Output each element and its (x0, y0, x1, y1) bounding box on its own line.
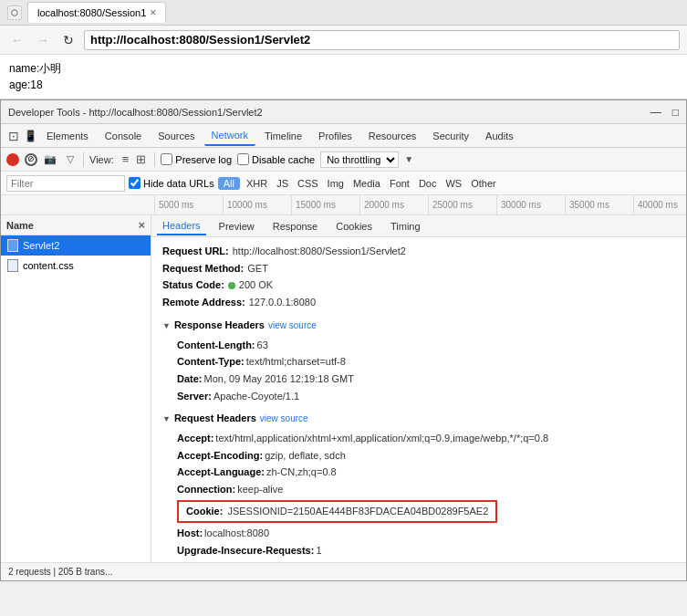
response-header-date: Date: Mon, 09 May 2016 12:19:18 GMT (162, 371, 675, 388)
mobile-icon[interactable]: 📱 (23, 129, 37, 143)
record-button[interactable] (6, 153, 19, 166)
request-method-value: GET (247, 260, 268, 277)
nav-item-sources[interactable]: Sources (151, 127, 202, 145)
nav-item-security[interactable]: Security (425, 127, 476, 145)
nav-item-elements[interactable]: Elements (39, 127, 96, 145)
filter-doc[interactable]: Doc (416, 177, 440, 190)
ruler-marks: 5000 ms 10000 ms 15000 ms 20000 ms 25000… (1, 195, 686, 215)
sub-tab-timing[interactable]: Timing (385, 218, 426, 235)
sub-tab-cookies[interactable]: Cookies (330, 218, 378, 235)
toolbar-separator-2 (154, 152, 155, 167)
sub-tab-headers[interactable]: Headers (157, 217, 206, 235)
nav-item-network[interactable]: Network (204, 126, 255, 146)
filter-media[interactable]: Media (350, 177, 383, 190)
ruler-mark-4: 20000 ms (359, 195, 428, 215)
nav-item-profiles[interactable]: Profiles (311, 127, 359, 145)
address-bar[interactable]: http://localhost:8080/Session1/Servlet2 (84, 30, 680, 50)
request-header-accept-language: Accept-Language: zh-CN,zh;q=0.8 (162, 464, 675, 481)
inspect-element-icon[interactable]: ⊡ (6, 129, 21, 143)
ruler-mark-6: 30000 ms (496, 195, 565, 215)
throttle-select[interactable]: No throttling (320, 151, 399, 168)
request-headers-view-source[interactable]: view source (260, 411, 308, 427)
file-list-close-icon[interactable]: × (138, 218, 145, 232)
file-item-css[interactable]: content.css (1, 256, 151, 276)
filter-other[interactable]: Other (468, 177, 499, 190)
filter-icon[interactable]: ▽ (63, 152, 78, 167)
file-name-css: content.css (23, 260, 74, 271)
request-header-upgrade-insecure: Upgrade-Insecure-Requests: 1 (162, 542, 675, 559)
devtools-title: Developer Tools - http://localhost:8080/… (8, 107, 651, 118)
nav-item-console[interactable]: Console (98, 127, 149, 145)
cookie-value: Cookie: JSESSIONID=2150AE444BF83FDACEA04… (177, 500, 497, 524)
ruler-mark-5: 25000 ms (428, 195, 496, 215)
browser-toolbar: ← → ↻ http://localhost:8080/Session1/Ser… (0, 26, 687, 55)
browser-tab[interactable]: localhost:8080/Session1 × (27, 2, 166, 23)
devtools-minimize-button[interactable]: — (651, 106, 661, 119)
response-header-server: Server: Apache-Coyote/1.1 (162, 388, 675, 405)
preserve-log-label[interactable]: Preserve log (161, 153, 232, 165)
request-header-host: Host: localhost:8080 (162, 525, 675, 542)
list-view-button[interactable]: ≡ (120, 151, 132, 167)
file-list-name-label: Name (6, 220, 34, 231)
request-details: Request URL: http://localhost:8080/Sessi… (151, 237, 686, 562)
reload-button[interactable]: ↻ (58, 30, 78, 50)
ruler-mark-7: 35000 ms (565, 195, 633, 215)
view-label: View: (89, 154, 114, 165)
status-text: 2 requests | 205 B trans... (8, 567, 112, 577)
hide-data-urls-label[interactable]: Hide data URLs (129, 177, 214, 189)
sub-tab-response[interactable]: Response (267, 218, 324, 235)
hide-data-urls-checkbox[interactable] (129, 177, 141, 189)
filter-ws[interactable]: WS (442, 177, 464, 190)
nav-item-resources[interactable]: Resources (361, 127, 424, 145)
devtools-main: Name × Servlet2 content.css Headers (1, 215, 686, 562)
status-code-label: Status Code: (162, 277, 224, 294)
response-headers-triangle: ▼ (162, 318, 171, 333)
devtools-panel: Developer Tools - http://localhost:8080/… (0, 99, 687, 581)
devtools-header: Developer Tools - http://localhost:8080/… (1, 100, 686, 124)
devtools-controls: — □ (651, 106, 679, 119)
request-headers-title: Request Headers (174, 410, 256, 428)
filter-bar: Hide data URLs All XHR JS CSS Img Media … (1, 172, 686, 195)
forward-button[interactable]: → (33, 30, 53, 50)
preserve-log-checkbox[interactable] (161, 153, 172, 165)
camera-icon[interactable]: 📷 (43, 152, 57, 167)
filter-js[interactable]: JS (274, 177, 291, 190)
request-header-connection: Connection: keep-alive (162, 481, 675, 498)
status-green-dot (228, 282, 235, 289)
ruler-mark-3: 15000 ms (291, 195, 359, 215)
timeline-ruler: 5000 ms 10000 ms 15000 ms 20000 ms 25000… (1, 195, 686, 215)
view-buttons: ≡ ⊞ (120, 151, 150, 167)
request-headers-section: ▼ Request Headers view source (162, 410, 675, 428)
tab-close-icon[interactable]: × (150, 6, 156, 19)
filter-xhr[interactable]: XHR (244, 177, 270, 190)
file-list: Name × Servlet2 content.css (1, 215, 151, 562)
page-line1: name:小明 (9, 60, 678, 77)
response-header-content-length: Content-Length: 63 (162, 337, 675, 354)
status-code-value: 200 OK (228, 277, 273, 294)
details-panel: Headers Preview Response Cookies Timing … (151, 215, 686, 562)
disable-cache-checkbox[interactable] (237, 153, 249, 165)
filter-font[interactable]: Font (387, 177, 412, 190)
sub-tab-preview[interactable]: Preview (213, 218, 260, 235)
filter-input[interactable] (6, 175, 125, 192)
status-code-row: Status Code: 200 OK (162, 277, 675, 294)
disable-cache-label[interactable]: Disable cache (237, 153, 315, 165)
devtools-maximize-button[interactable]: □ (672, 106, 679, 119)
request-url-value: http://localhost:8080/Session1/Servlet2 (233, 243, 406, 260)
nav-item-audits[interactable]: Audits (478, 127, 521, 145)
response-headers-view-source[interactable]: view source (268, 318, 317, 334)
address-text: http://localhost:8080/Session1/Servlet2 (90, 33, 310, 47)
request-header-accept-encoding: Accept-Encoding: gzip, deflate, sdch (162, 447, 675, 465)
request-url-row: Request URL: http://localhost:8080/Sessi… (162, 243, 675, 260)
response-headers-title: Response Headers (174, 317, 265, 335)
all-filter-button[interactable]: All (218, 177, 240, 190)
page-content: name:小明 age:18 (0, 55, 687, 99)
remote-address-row: Remote Address: 127.0.0.1:8080 (162, 294, 675, 311)
grid-view-button[interactable]: ⊞ (133, 151, 149, 167)
clear-button[interactable]: ⊘ (25, 153, 37, 166)
nav-item-timeline[interactable]: Timeline (257, 127, 309, 145)
file-item-servlet2[interactable]: Servlet2 (1, 235, 151, 256)
filter-css[interactable]: CSS (295, 177, 321, 190)
back-button[interactable]: ← (7, 30, 27, 50)
filter-img[interactable]: Img (325, 177, 347, 190)
